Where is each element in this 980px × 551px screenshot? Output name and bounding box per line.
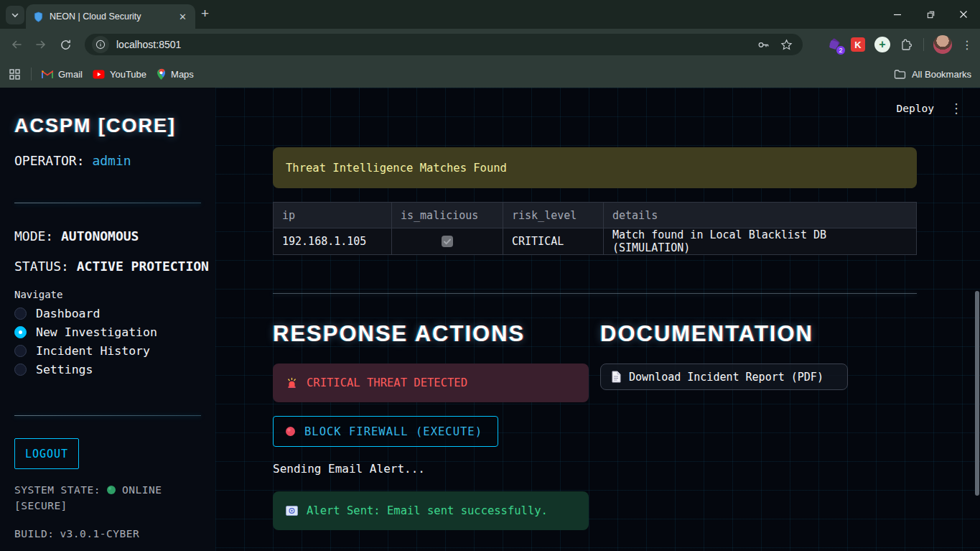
alert-sent-success: Alert Sent: Email sent successfully. — [273, 491, 589, 530]
document-icon — [611, 371, 621, 383]
bookmark-label: Gmail — [58, 69, 83, 80]
gmail-icon — [42, 70, 53, 79]
apps-grid-icon[interactable] — [9, 68, 21, 80]
cell-is-malicious — [392, 228, 503, 255]
bookmarks-bar: Gmail YouTube Maps All Bookmarks — [0, 60, 980, 88]
tab-strip: NEON | Cloud Security ✕ + — [0, 0, 980, 29]
close-icon[interactable] — [947, 0, 980, 29]
window-controls — [881, 0, 980, 29]
radio-icon[interactable] — [14, 307, 27, 320]
bookmark-maps[interactable]: Maps — [157, 68, 194, 80]
url-text[interactable]: localhost:8501 — [116, 39, 750, 50]
bookmark-gmail[interactable]: Gmail — [42, 69, 83, 80]
nav-item-label: Dashboard — [36, 307, 100, 320]
warning-banner: Threat Intelligence Matches Found — [273, 147, 917, 188]
red-circle-icon — [285, 426, 296, 437]
cell-risk-level: CRITICAL — [503, 228, 604, 255]
puzzle-extensions-icon[interactable] — [900, 37, 914, 52]
back-icon[interactable] — [4, 32, 29, 57]
purple-extension-icon[interactable]: 2 — [827, 37, 841, 52]
status-label: STATUS: — [14, 259, 69, 274]
extension-area: 2 K + ⋮ — [827, 34, 973, 55]
folder-icon — [894, 69, 906, 79]
critical-threat-alert: CRITICAL THREAT DETECTED — [273, 364, 589, 402]
site-info-icon[interactable] — [92, 36, 109, 53]
sidebar-item-incident-history[interactable]: Incident History — [14, 344, 150, 358]
sidebar-divider — [14, 415, 201, 416]
table-row: 192.168.1.105 CRITICAL Match found in Lo… — [274, 228, 917, 255]
table-header-row: ip is_malicious risk_level details — [274, 203, 917, 228]
reload-icon[interactable] — [53, 32, 78, 57]
password-key-icon[interactable] — [757, 38, 770, 52]
column-header-ip[interactable]: ip — [274, 203, 392, 228]
app-header: Deploy ⋮ — [897, 101, 963, 116]
status-line: STATUS: ACTIVE PROTECTION — [14, 259, 209, 274]
profile-avatar[interactable] — [933, 35, 952, 54]
column-header-details[interactable]: details — [604, 203, 917, 228]
toolbar-divider — [923, 38, 924, 51]
nav-item-label: New Investigation — [36, 325, 157, 339]
bookmarks-divider — [31, 68, 32, 80]
download-report-button[interactable]: Download Incident Report (PDF) — [600, 364, 848, 390]
system-state-value: ONLINE — [122, 484, 162, 496]
app-menu-icon[interactable]: ⋮ — [950, 101, 963, 116]
k-extension-icon[interactable]: K — [851, 37, 865, 52]
scrollbar-thumb[interactable] — [975, 291, 979, 496]
all-bookmarks-label: All Bookmarks — [912, 69, 971, 80]
nav-item-label: Settings — [36, 363, 93, 376]
bookmark-star-icon[interactable] — [780, 39, 793, 51]
minimize-icon[interactable] — [881, 0, 914, 29]
success-alert-text: Alert Sent: Email sent successfully. — [307, 504, 548, 517]
operator-label: OPERATOR: — [14, 153, 85, 168]
documentation-heading: DOCUMENTATION — [600, 321, 813, 347]
block-firewall-button[interactable]: BLOCK FIREWALL (EXECUTE) — [273, 416, 498, 447]
tab-search-button[interactable] — [6, 6, 24, 24]
radio-icon[interactable] — [14, 345, 27, 357]
firewall-button-label: BLOCK FIREWALL (EXECUTE) — [304, 425, 482, 438]
browser-menu-icon[interactable]: ⋮ — [961, 38, 973, 52]
siren-icon — [286, 377, 298, 389]
deploy-button[interactable]: Deploy — [897, 103, 934, 114]
system-state-line: SYSTEM STATE: ONLINE — [14, 484, 162, 496]
status-value: ACTIVE PROTECTION — [77, 259, 209, 274]
bookmark-label: YouTube — [110, 69, 146, 80]
logout-button[interactable]: LOGOUT — [14, 438, 79, 469]
all-bookmarks[interactable]: All Bookmarks — [894, 69, 971, 80]
sidebar-divider — [14, 203, 201, 203]
sending-email-text: Sending Email Alert... — [273, 462, 425, 476]
column-header-risk-level[interactable]: risk_level — [503, 203, 604, 228]
critical-alert-text: CRITICAL THREAT DETECTED — [307, 376, 467, 389]
threat-table[interactable]: ip is_malicious risk_level details 192.1… — [273, 202, 917, 255]
main-content: Deploy ⋮ Threat Intelligence Matches Fou… — [215, 88, 980, 551]
sidebar-item-dashboard[interactable]: Dashboard — [14, 307, 100, 320]
download-button-label: Download Incident Report (PDF) — [629, 371, 823, 384]
maps-pin-icon — [157, 68, 166, 80]
browser-window: NEON | Cloud Security ✕ + — [0, 0, 980, 551]
radio-selected-icon[interactable] — [14, 326, 27, 338]
build-value: v3.0.1-CYBER — [60, 528, 139, 540]
system-state-label: SYSTEM STATE: — [14, 484, 101, 496]
response-actions-heading: RESPONSE ACTIONS — [273, 321, 525, 347]
sidebar-item-settings[interactable]: Settings — [14, 363, 93, 376]
column-header-is-malicious[interactable]: is_malicious — [392, 203, 503, 228]
maximize-icon[interactable] — [914, 0, 947, 29]
brand-title: ACSPM [CORE] — [14, 115, 176, 137]
system-state-secure: [SECURE] — [14, 500, 67, 511]
mode-label: MODE: — [14, 228, 53, 244]
sidebar-item-new-investigation[interactable]: New Investigation — [14, 325, 157, 339]
section-divider — [273, 293, 917, 294]
forward-icon[interactable] — [29, 32, 53, 57]
tab-close-icon[interactable]: ✕ — [177, 11, 188, 23]
tab-title: NEON | Cloud Security — [50, 11, 172, 22]
navigate-label: Navigate — [14, 289, 62, 300]
browser-tab[interactable]: NEON | Cloud Security ✕ — [26, 4, 195, 29]
mode-value: AUTONOMOUS — [61, 228, 139, 244]
url-bar[interactable]: localhost:8501 — [85, 34, 803, 55]
radio-icon[interactable] — [14, 364, 27, 376]
bookmark-youtube[interactable]: YouTube — [93, 69, 146, 80]
build-line: BUILD: v3.0.1-CYBER — [14, 528, 139, 540]
browser-toolbar: localhost:8501 2 K + ⋮ — [0, 29, 980, 60]
checkbox-checked-icon — [441, 235, 454, 248]
plus-extension-icon[interactable]: + — [874, 37, 890, 52]
new-tab-button[interactable]: + — [201, 6, 209, 20]
